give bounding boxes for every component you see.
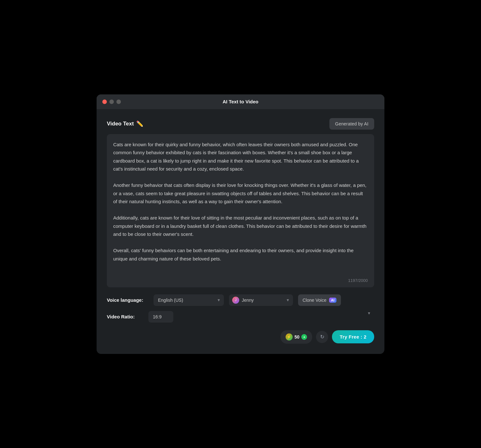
maximize-button[interactable] — [116, 100, 121, 104]
credits-button[interactable]: ⚡ 50 + — [280, 330, 312, 344]
avatar: J — [232, 297, 239, 304]
section-title: Video Text ✏️ — [107, 120, 143, 127]
credits-count: 50 — [295, 334, 300, 340]
footer-row: ⚡ 50 + ↻ Try Free : 2 — [107, 330, 374, 344]
voice-language-label: Voice language: — [107, 297, 148, 303]
voice-language-select-wrapper: English (US) ▼ — [154, 294, 224, 306]
video-ratio-label: Video Ratio: — [107, 314, 148, 319]
app-window: AI Text to Video Video Text ✏️ Generated… — [97, 94, 384, 354]
section-header: Video Text ✏️ Generated by AI — [107, 118, 374, 130]
video-ratio-row: Video Ratio: 16:9 9:16 1:1 ▼ — [107, 311, 374, 323]
refresh-button[interactable]: ↻ — [316, 331, 328, 343]
char-count: 1197/2000 — [113, 278, 368, 283]
voice-language-select[interactable]: English (US) — [154, 294, 224, 306]
voice-name-select-wrapper: J Jenny ▼ — [229, 294, 293, 306]
textarea-container: 1197/2000 — [107, 134, 374, 287]
close-button[interactable] — [102, 100, 107, 104]
video-ratio-select[interactable]: 16:9 9:16 1:1 — [148, 311, 173, 323]
edit-icon[interactable]: ✏️ — [136, 120, 143, 127]
try-free-button[interactable]: Try Free : 2 — [332, 330, 374, 343]
video-text-input[interactable] — [113, 140, 368, 275]
video-text-label: Video Text — [107, 121, 134, 127]
ai-badge: AI — [329, 298, 336, 303]
minimize-button[interactable] — [109, 100, 114, 104]
video-ratio-select-wrapper: 16:9 9:16 1:1 ▼ — [148, 311, 374, 323]
refresh-icon: ↻ — [320, 334, 324, 340]
plus-icon: + — [301, 334, 307, 340]
traffic-lights — [102, 100, 121, 104]
main-content: Video Text ✏️ Generated by AI 1197/2000 … — [97, 109, 384, 354]
window-title: AI Text to Video — [223, 99, 258, 104]
generated-by-ai-button[interactable]: Generated by AI — [329, 118, 374, 130]
voice-language-row: Voice language: English (US) ▼ J Jenny ▼… — [107, 294, 374, 306]
clone-voice-button[interactable]: Clone Voice AI — [298, 294, 341, 306]
clone-voice-label: Clone Voice — [303, 298, 327, 303]
lightning-icon: ⚡ — [286, 333, 293, 340]
chevron-down-icon: ▼ — [367, 311, 371, 316]
titlebar: AI Text to Video — [97, 94, 384, 109]
